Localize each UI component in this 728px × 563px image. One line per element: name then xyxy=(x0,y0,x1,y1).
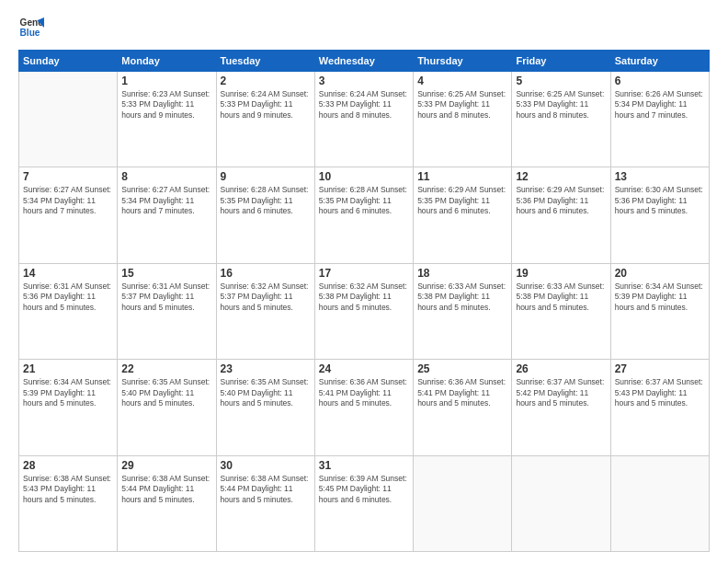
calendar-cell: 16Sunrise: 6:32 AM Sunset: 5:37 PM Dayli… xyxy=(216,263,314,359)
header: General Blue xyxy=(18,15,710,40)
day-info: Sunrise: 6:33 AM Sunset: 5:38 PM Dayligh… xyxy=(516,282,606,313)
day-info: Sunrise: 6:24 AM Sunset: 5:33 PM Dayligh… xyxy=(221,89,311,121)
day-info: Sunrise: 6:36 AM Sunset: 5:41 PM Dayligh… xyxy=(319,377,409,408)
calendar-cell: 8Sunrise: 6:27 AM Sunset: 5:34 PM Daylig… xyxy=(118,167,216,263)
day-number: 28 xyxy=(23,459,113,472)
day-info: Sunrise: 6:31 AM Sunset: 5:37 PM Dayligh… xyxy=(121,282,211,313)
calendar-cell: 27Sunrise: 6:37 AM Sunset: 5:43 PM Dayli… xyxy=(610,360,709,455)
day-info: Sunrise: 6:38 AM Sunset: 5:44 PM Dayligh… xyxy=(121,474,211,505)
day-number: 24 xyxy=(319,362,409,375)
calendar-cell: 13Sunrise: 6:30 AM Sunset: 5:36 PM Dayli… xyxy=(610,167,709,263)
calendar-cell: 20Sunrise: 6:34 AM Sunset: 5:39 PM Dayli… xyxy=(610,263,709,359)
day-info: Sunrise: 6:24 AM Sunset: 5:33 PM Dayligh… xyxy=(319,89,409,121)
day-info: Sunrise: 6:29 AM Sunset: 5:35 PM Dayligh… xyxy=(417,185,507,216)
logo: General Blue xyxy=(18,15,44,40)
calendar-cell: 5Sunrise: 6:25 AM Sunset: 5:33 PM Daylig… xyxy=(512,72,610,167)
page-container: General Blue SundayMondayTuesdayWednesda… xyxy=(0,0,728,563)
svg-text:Blue: Blue xyxy=(20,28,40,38)
week-row-2: 7Sunrise: 6:27 AM Sunset: 5:34 PM Daylig… xyxy=(19,167,710,263)
calendar-cell: 23Sunrise: 6:35 AM Sunset: 5:40 PM Dayli… xyxy=(216,360,314,455)
calendar-cell: 29Sunrise: 6:38 AM Sunset: 5:44 PM Dayli… xyxy=(118,455,216,551)
day-number: 6 xyxy=(615,75,705,87)
calendar-cell: 24Sunrise: 6:36 AM Sunset: 5:41 PM Dayli… xyxy=(314,360,413,455)
day-number: 8 xyxy=(121,170,211,183)
calendar-cell: 19Sunrise: 6:33 AM Sunset: 5:38 PM Dayli… xyxy=(512,263,610,359)
calendar-cell xyxy=(19,72,118,167)
day-number: 17 xyxy=(319,267,409,280)
day-info: Sunrise: 6:32 AM Sunset: 5:38 PM Dayligh… xyxy=(319,282,409,313)
calendar-cell: 25Sunrise: 6:36 AM Sunset: 5:41 PM Dayli… xyxy=(414,360,512,455)
day-info: Sunrise: 6:33 AM Sunset: 5:38 PM Dayligh… xyxy=(417,282,507,313)
day-number: 22 xyxy=(121,362,211,375)
day-number: 5 xyxy=(516,75,606,87)
day-number: 7 xyxy=(23,170,113,183)
calendar-cell xyxy=(414,455,512,551)
day-number: 20 xyxy=(615,267,705,280)
day-number: 18 xyxy=(417,267,507,280)
day-info: Sunrise: 6:23 AM Sunset: 5:33 PM Dayligh… xyxy=(121,89,211,121)
calendar-cell: 1Sunrise: 6:23 AM Sunset: 5:33 PM Daylig… xyxy=(118,72,216,167)
day-number: 14 xyxy=(23,267,113,280)
day-info: Sunrise: 6:25 AM Sunset: 5:33 PM Dayligh… xyxy=(417,89,507,121)
day-number: 2 xyxy=(221,75,311,87)
day-info: Sunrise: 6:36 AM Sunset: 5:41 PM Dayligh… xyxy=(417,377,507,408)
day-info: Sunrise: 6:27 AM Sunset: 5:34 PM Dayligh… xyxy=(23,185,113,216)
calendar-cell: 10Sunrise: 6:28 AM Sunset: 5:35 PM Dayli… xyxy=(314,167,413,263)
day-info: Sunrise: 6:34 AM Sunset: 5:39 PM Dayligh… xyxy=(615,282,705,313)
calendar-cell: 7Sunrise: 6:27 AM Sunset: 5:34 PM Daylig… xyxy=(19,167,118,263)
day-number: 26 xyxy=(516,362,606,375)
day-info: Sunrise: 6:35 AM Sunset: 5:40 PM Dayligh… xyxy=(121,377,211,408)
day-number: 25 xyxy=(417,362,507,375)
day-info: Sunrise: 6:29 AM Sunset: 5:36 PM Dayligh… xyxy=(516,185,606,216)
calendar-cell: 2Sunrise: 6:24 AM Sunset: 5:33 PM Daylig… xyxy=(216,72,314,167)
weekday-header-monday: Monday xyxy=(118,51,216,72)
calendar-cell: 14Sunrise: 6:31 AM Sunset: 5:36 PM Dayli… xyxy=(19,263,118,359)
week-row-1: 1Sunrise: 6:23 AM Sunset: 5:33 PM Daylig… xyxy=(19,72,710,167)
calendar-cell: 12Sunrise: 6:29 AM Sunset: 5:36 PM Dayli… xyxy=(512,167,610,263)
calendar-cell: 18Sunrise: 6:33 AM Sunset: 5:38 PM Dayli… xyxy=(414,263,512,359)
day-info: Sunrise: 6:35 AM Sunset: 5:40 PM Dayligh… xyxy=(221,377,311,408)
day-number: 16 xyxy=(221,267,311,280)
day-info: Sunrise: 6:31 AM Sunset: 5:36 PM Dayligh… xyxy=(23,282,113,313)
calendar-cell: 31Sunrise: 6:39 AM Sunset: 5:45 PM Dayli… xyxy=(314,455,413,551)
day-number: 21 xyxy=(23,362,113,375)
day-number: 4 xyxy=(417,75,507,87)
day-info: Sunrise: 6:26 AM Sunset: 5:34 PM Dayligh… xyxy=(615,89,705,121)
day-info: Sunrise: 6:34 AM Sunset: 5:39 PM Dayligh… xyxy=(23,377,113,408)
day-info: Sunrise: 6:28 AM Sunset: 5:35 PM Dayligh… xyxy=(221,185,311,216)
calendar-cell: 3Sunrise: 6:24 AM Sunset: 5:33 PM Daylig… xyxy=(314,72,413,167)
week-row-5: 28Sunrise: 6:38 AM Sunset: 5:43 PM Dayli… xyxy=(19,455,710,551)
calendar-cell: 21Sunrise: 6:34 AM Sunset: 5:39 PM Dayli… xyxy=(19,360,118,455)
weekday-header-saturday: Saturday xyxy=(610,51,709,72)
day-number: 23 xyxy=(221,362,311,375)
day-number: 29 xyxy=(121,459,211,472)
day-info: Sunrise: 6:38 AM Sunset: 5:44 PM Dayligh… xyxy=(221,474,311,505)
day-info: Sunrise: 6:28 AM Sunset: 5:35 PM Dayligh… xyxy=(319,185,409,216)
weekday-header-thursday: Thursday xyxy=(414,51,512,72)
weekday-header-sunday: Sunday xyxy=(19,51,118,72)
weekday-header-row: SundayMondayTuesdayWednesdayThursdayFrid… xyxy=(19,51,710,72)
calendar-cell: 22Sunrise: 6:35 AM Sunset: 5:40 PM Dayli… xyxy=(118,360,216,455)
day-info: Sunrise: 6:39 AM Sunset: 5:45 PM Dayligh… xyxy=(319,474,409,505)
day-number: 11 xyxy=(417,170,507,183)
calendar-cell xyxy=(610,455,709,551)
day-info: Sunrise: 6:25 AM Sunset: 5:33 PM Dayligh… xyxy=(516,89,606,121)
day-info: Sunrise: 6:37 AM Sunset: 5:43 PM Dayligh… xyxy=(615,377,705,408)
day-number: 27 xyxy=(615,362,705,375)
weekday-header-wednesday: Wednesday xyxy=(314,51,413,72)
day-info: Sunrise: 6:32 AM Sunset: 5:37 PM Dayligh… xyxy=(221,282,311,313)
weekday-header-friday: Friday xyxy=(512,51,610,72)
day-info: Sunrise: 6:37 AM Sunset: 5:42 PM Dayligh… xyxy=(516,377,606,408)
day-number: 10 xyxy=(319,170,409,183)
calendar-cell xyxy=(512,455,610,551)
day-info: Sunrise: 6:27 AM Sunset: 5:34 PM Dayligh… xyxy=(121,185,211,216)
day-number: 15 xyxy=(121,267,211,280)
day-number: 3 xyxy=(319,75,409,87)
day-info: Sunrise: 6:30 AM Sunset: 5:36 PM Dayligh… xyxy=(615,185,705,216)
calendar-cell: 28Sunrise: 6:38 AM Sunset: 5:43 PM Dayli… xyxy=(19,455,118,551)
week-row-3: 14Sunrise: 6:31 AM Sunset: 5:36 PM Dayli… xyxy=(19,263,710,359)
calendar-cell: 11Sunrise: 6:29 AM Sunset: 5:35 PM Dayli… xyxy=(414,167,512,263)
day-number: 12 xyxy=(516,170,606,183)
day-number: 1 xyxy=(121,75,211,87)
calendar-cell: 6Sunrise: 6:26 AM Sunset: 5:34 PM Daylig… xyxy=(610,72,709,167)
